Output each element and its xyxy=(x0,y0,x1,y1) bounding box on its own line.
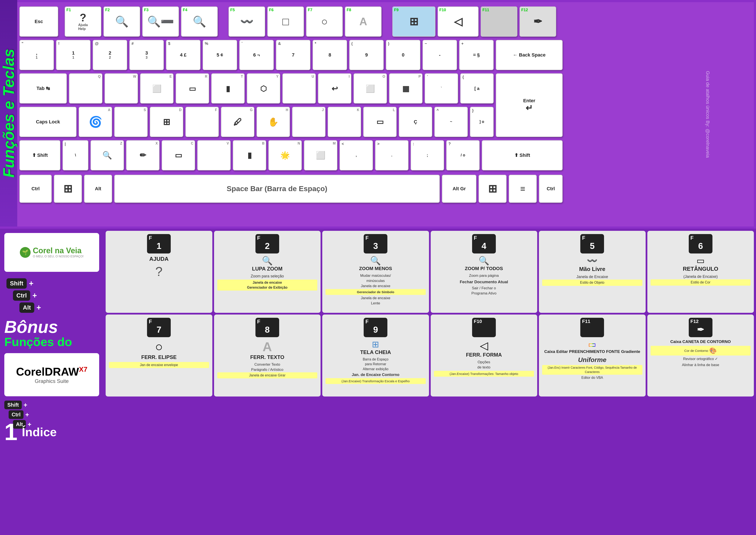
key-j[interactable]: J xyxy=(292,107,326,137)
page-title: Funções e Teclas xyxy=(0,49,17,178)
key-backtick[interactable]: " , 1 xyxy=(19,40,54,70)
fn-card-f7: F 7 ○ FERR. ELIPSE Jan de encaixe envelo… xyxy=(106,315,212,397)
key-f1[interactable]: F1 ? AjudaHelp xyxy=(65,7,101,37)
key-o[interactable]: O ⬜ xyxy=(354,73,387,103)
f1-title: AJUDA xyxy=(109,256,209,262)
key-t[interactable]: T ▮ xyxy=(211,73,245,103)
key-g[interactable]: G 🖊 xyxy=(221,107,255,137)
key-tab[interactable]: Tab ↹ xyxy=(19,73,67,103)
key-q[interactable]: Q xyxy=(69,73,102,103)
key-acute[interactable]: ´ ` xyxy=(425,73,458,103)
fn-card-f5: F 5 〰️ Mão Livre Janela de Encaixe Estil… xyxy=(539,231,646,313)
key-d[interactable]: D ⊞ xyxy=(150,107,183,137)
key-f[interactable]: F xyxy=(185,107,219,137)
key-bracket-open[interactable]: { [ a xyxy=(460,73,494,103)
key-0[interactable]: ) 0 xyxy=(386,40,420,70)
key-win-left[interactable]: ⊞ xyxy=(54,175,82,203)
title-sidebar: Funções e Teclas xyxy=(0,0,17,227)
key-p[interactable]: P ▦ xyxy=(389,73,422,103)
plus-ctrl: + xyxy=(32,291,37,300)
bottom-modifiers: Shift + Ctrl + Alt + 1 Índice xyxy=(4,401,101,444)
key-l[interactable]: L ▭ xyxy=(363,107,397,137)
key-2[interactable]: @ 2 2 xyxy=(93,40,127,70)
key-z[interactable]: Z 🔍 xyxy=(91,140,124,170)
key-f2[interactable]: F2 🔍 xyxy=(103,7,140,37)
key-backspace[interactable]: ← Back Space xyxy=(496,40,563,70)
key-6[interactable]: ¨ 6 ¬ xyxy=(239,40,274,70)
key-alt-left[interactable]: Alt xyxy=(84,175,112,203)
key-y[interactable]: Y ⬡ xyxy=(247,73,280,103)
key-1[interactable]: ! 1 1 xyxy=(56,40,91,70)
key-minus[interactable]: − - xyxy=(422,40,457,70)
key-shift-left[interactable]: ⬆ Shift xyxy=(19,140,60,170)
key-a[interactable]: A 🌀 xyxy=(79,107,112,137)
cdraw-sub: Graphics Suite xyxy=(35,378,68,384)
key-f9[interactable]: F9 ⊞ xyxy=(392,7,435,37)
key-k[interactable]: K xyxy=(328,107,361,137)
left-panel: 🌱 Corel na Veia O MEU, O SEU, O NOSSO ES… xyxy=(4,233,101,444)
key-altgr[interactable]: Alt Gr xyxy=(442,175,476,203)
key-f10[interactable]: F10 ◁ xyxy=(438,7,478,37)
key-f4[interactable]: F4 🔍 xyxy=(181,7,218,37)
bmod-shift: Shift + xyxy=(4,401,101,409)
fn-card-f2: F 2 🔍 LUPA ZOOM Zoom para seleção Janela… xyxy=(214,231,321,313)
key-7[interactable]: & 7 xyxy=(276,40,310,70)
key-c[interactable]: C ▭ xyxy=(162,140,195,170)
key-enter[interactable]: Enter ↵ xyxy=(496,73,563,137)
fn-card-f10: F10 ◁ FERR. FORMA Opçõesde texto (Jan.En… xyxy=(431,315,537,397)
key-9[interactable]: ( 9 xyxy=(349,40,384,70)
keyboard-area: Guia de atalhos únicos By: @corelnaveia … xyxy=(17,2,754,227)
key-ctrl-right[interactable]: Ctrl xyxy=(539,175,563,203)
key-lt[interactable]: < , xyxy=(339,140,373,170)
fn-card-f11: F11 ▭ Caixa Editar PREENCHIMENTO FONTE G… xyxy=(539,315,646,397)
key-f11[interactable]: F11 xyxy=(481,7,517,37)
key-5[interactable]: % 5 ¢ xyxy=(202,40,237,70)
key-v[interactable]: V xyxy=(197,140,231,170)
key-f6[interactable]: F6 □ xyxy=(267,7,304,37)
key-8[interactable]: * 8 xyxy=(312,40,347,70)
index-number: 1 xyxy=(4,420,17,444)
key-space[interactable]: Space Bar (Barra de Espaço) xyxy=(114,175,440,203)
bmod-ctrl: Ctrl + xyxy=(9,410,101,419)
key-ctrl-left[interactable]: Ctrl xyxy=(19,175,52,203)
key-esc[interactable]: Esc xyxy=(19,7,58,37)
key-e[interactable]: E ⬜ xyxy=(140,73,174,103)
key-gt[interactable]: > . xyxy=(375,140,409,170)
key-r[interactable]: R ▭ xyxy=(176,73,209,103)
key-cedilla[interactable]: Ç xyxy=(399,107,432,137)
key-s[interactable]: S xyxy=(114,107,148,137)
key-h[interactable]: H ✋ xyxy=(256,107,290,137)
key-3[interactable]: # 3 3 xyxy=(129,40,164,70)
key-shift-right[interactable]: ⬆ Shift xyxy=(482,140,563,170)
modifier-row-ctrl: Ctrl + xyxy=(13,290,99,301)
key-n[interactable]: N 🌟 xyxy=(268,140,302,170)
key-bracket-close[interactable]: } ] o xyxy=(470,107,494,137)
key-f12[interactable]: F12 ✒ xyxy=(520,7,556,37)
key-f5[interactable]: F5 〰️ xyxy=(229,7,265,37)
key-i[interactable]: I ↩ xyxy=(318,73,351,103)
key-colon[interactable]: : ; xyxy=(411,140,444,170)
bonus-subtitle: Funções do xyxy=(4,335,101,349)
bonus-text: Bônus Funções do xyxy=(4,319,101,349)
fn-card-f6: F 6 ▭ RETÂNGULO (Janela de Encaixe) Esti… xyxy=(647,231,754,313)
key-m[interactable]: M ⬜ xyxy=(304,140,338,170)
key-question[interactable]: ? / o xyxy=(446,140,480,170)
key-u[interactable]: U xyxy=(283,73,316,103)
key-b[interactable]: B ▮ xyxy=(233,140,266,170)
f1-icon: ? xyxy=(109,264,209,279)
key-equals[interactable]: + = § xyxy=(459,40,494,70)
key-pipe[interactable]: | \ xyxy=(63,140,88,170)
fn-card-f3: F 3 🔍 ZOOM MENOS Mudar maiúsculas/minúsc… xyxy=(322,231,429,313)
key-menu[interactable]: ≡ xyxy=(509,175,537,203)
key-f7[interactable]: F7 ○ xyxy=(306,7,343,37)
key-4[interactable]: $ 4 £ xyxy=(166,40,201,70)
key-w[interactable]: W xyxy=(105,73,138,103)
key-f8[interactable]: F8 A xyxy=(345,7,382,37)
key-caret[interactable]: ^ ~ xyxy=(434,107,468,137)
key-f3[interactable]: F3 🔍➖ xyxy=(142,7,179,37)
key-win-right[interactable]: ⊞ xyxy=(478,175,507,203)
key-capslock[interactable]: Caps Lock xyxy=(19,107,76,137)
fn-card-f8: F 8 A FERR. TEXTO Converter TextoParágra… xyxy=(214,315,321,397)
key-x[interactable]: X ✏ xyxy=(126,140,159,170)
coreldraw-logo: CorelDRAWX7 Graphics Suite xyxy=(4,353,99,396)
